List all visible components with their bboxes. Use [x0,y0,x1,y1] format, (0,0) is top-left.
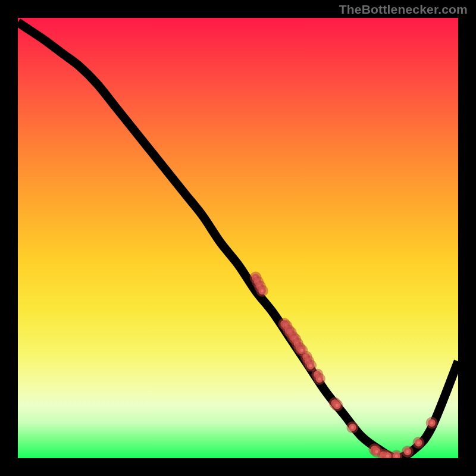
data-marker [428,419,436,427]
watermark-text: TheBottlenecker.com [339,2,468,17]
data-marker [404,448,412,456]
data-marker [307,362,315,369]
marker-group [252,274,436,458]
data-marker [393,452,400,458]
bottleneck-curve [18,22,458,458]
chart-svg [18,18,458,458]
data-marker [384,452,392,458]
data-marker [316,375,324,383]
data-marker [415,439,422,447]
plot-area [18,18,458,458]
chart-stage: TheBottlenecker.com [0,0,476,476]
data-marker [349,424,356,431]
data-marker [258,287,266,295]
data-marker [333,402,341,409]
